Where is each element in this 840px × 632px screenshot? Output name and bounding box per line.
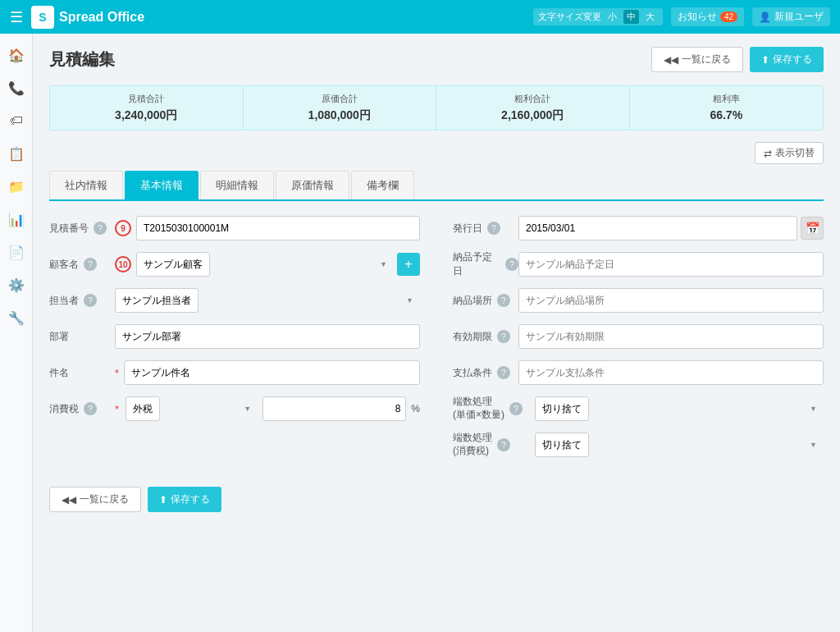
sidebar-item-phone[interactable]: 📞	[2, 73, 31, 103]
menu-icon[interactable]: ☰	[10, 8, 23, 26]
notification-btn[interactable]: お知らせ 42	[671, 7, 744, 26]
form-right: 発行日 ? 📅 納品予定日 ?	[453, 214, 824, 467]
save-btn-top[interactable]: ⬆ 保存する	[750, 47, 824, 72]
step-badge-9: 9	[115, 220, 131, 236]
add-customer-btn[interactable]: +	[397, 253, 420, 276]
control-person: サンプル担当者	[115, 288, 420, 313]
tabs: 社内情報 基本情報 明細情報 原価情報 備考欄	[49, 171, 824, 201]
sidebar-item-settings[interactable]: ⚙️	[2, 270, 31, 300]
font-size-small-btn[interactable]: 小	[605, 10, 620, 24]
save-btn-bottom[interactable]: ⬆ 保存する	[148, 487, 221, 512]
display-switch-row: ⇄ 表示切替	[49, 142, 824, 164]
help-issue-date[interactable]: ?	[487, 222, 500, 235]
control-estimate-number: 9	[115, 216, 420, 240]
form-row-issue-date: 発行日 ? 📅	[453, 214, 824, 242]
back-btn-top[interactable]: ◀◀ 一覧に戻る	[651, 47, 743, 72]
tab-internal[interactable]: 社内情報	[49, 171, 123, 199]
back-btn-bottom[interactable]: ◀◀ 一覧に戻る	[49, 487, 141, 512]
header-left: ☰ S Spread Office	[10, 6, 144, 29]
notification-label: お知らせ	[678, 10, 717, 24]
input-expiry[interactable]	[518, 324, 824, 349]
form-row-subject: 件名 *	[49, 359, 420, 387]
label-tax: 消費税 ?	[49, 402, 115, 416]
form-row-rounding-tax: 端数処理 (消費税) ? 切り捨て	[453, 431, 824, 459]
label-expiry: 有効期限 ?	[453, 330, 518, 344]
select-wrap-tax-type: 外税	[126, 396, 258, 421]
help-payment[interactable]: ?	[497, 366, 510, 379]
font-size-medium-btn[interactable]: 中	[623, 10, 639, 24]
help-delivery-date[interactable]: ?	[505, 258, 518, 271]
bottom-actions: ◀◀ 一覧に戻る ⬆ 保存する	[49, 487, 824, 512]
input-subject[interactable]	[124, 360, 420, 385]
summary-label-estimate: 見積合計	[60, 93, 233, 105]
label-estimate-number: 見積番号 ?	[49, 222, 115, 236]
sidebar-item-home[interactable]: 🏠	[2, 40, 31, 70]
control-department	[115, 324, 420, 349]
sidebar-item-file[interactable]: 📄	[2, 237, 31, 267]
select-rounding-tax[interactable]: 切り捨て	[535, 433, 589, 457]
font-size-large-btn[interactable]: 大	[642, 10, 658, 24]
help-rounding-tax[interactable]: ?	[497, 438, 510, 451]
form-row-expiry: 有効期限 ?	[453, 323, 824, 350]
select-rounding-unit[interactable]: 切り捨て	[535, 396, 589, 421]
user-btn[interactable]: 👤 新規ユーザ	[752, 7, 830, 26]
select-customer[interactable]: サンプル顧客	[136, 252, 210, 277]
header: ☰ S Spread Office 文字サイズ変更 小 中 大 お知らせ 42 …	[0, 0, 840, 34]
form-row-payment: 支払条件 ?	[453, 359, 824, 387]
display-switch-btn[interactable]: ⇄ 表示切替	[755, 142, 824, 164]
select-wrap-rounding-tax: 切り捨て	[535, 433, 824, 457]
sidebar-item-tag[interactable]: 🏷	[2, 106, 31, 135]
help-customer[interactable]: ?	[84, 258, 97, 271]
label-subject: 件名	[49, 366, 115, 380]
page-actions: ◀◀ 一覧に戻る ⬆ 保存する	[651, 47, 824, 72]
help-rounding-unit[interactable]: ?	[509, 402, 523, 415]
form-row-person: 担当者 ? サンプル担当者	[49, 286, 420, 314]
tab-notes[interactable]: 備考欄	[351, 171, 414, 199]
sidebar-item-document[interactable]: 📋	[2, 139, 31, 168]
select-person[interactable]: サンプル担当者	[115, 288, 199, 313]
tab-detail[interactable]: 明細情報	[200, 171, 274, 199]
tab-basic[interactable]: 基本情報	[125, 171, 199, 199]
input-estimate-number[interactable]	[136, 216, 420, 240]
form-row-tax: 消費税 ? * 外税 %	[49, 395, 420, 423]
app-name: Spread Office	[59, 10, 144, 25]
summary-value-gross: 2,160,000円	[446, 108, 619, 123]
input-delivery-date[interactable]	[518, 252, 824, 277]
sidebar: 🏠 📞 🏷 📋 📁 📊 📄 ⚙️ 🔧	[0, 34, 33, 632]
label-issue-date: 発行日 ?	[453, 222, 518, 236]
required-mark-tax: *	[115, 403, 119, 415]
help-delivery-place[interactable]: ?	[497, 294, 510, 307]
save-icon-bottom: ⬆	[159, 494, 167, 506]
summary-card-estimate: 見積合計 3,240,000円	[50, 86, 244, 130]
summary-card-rate: 粗利率 66.7%	[630, 86, 824, 130]
form-row-delivery-place: 納品場所 ?	[453, 286, 824, 314]
control-customer: 10 サンプル顧客 +	[115, 252, 420, 277]
summary-label-gross: 粗利合計	[446, 93, 619, 105]
summary-card-cost: 原価合計 1,080,000円	[244, 86, 437, 130]
calendar-btn[interactable]: 📅	[801, 217, 824, 240]
control-issue-date: 📅	[518, 216, 824, 240]
input-tax-rate[interactable]	[262, 396, 406, 421]
sidebar-item-folder[interactable]: 📁	[2, 172, 31, 201]
help-person[interactable]: ?	[84, 294, 97, 307]
sidebar-item-tools[interactable]: 🔧	[2, 303, 31, 332]
control-expiry	[518, 324, 824, 349]
main-content: 見積編集 ◀◀ 一覧に戻る ⬆ 保存する 見積合計 3,240,000円 原価合…	[33, 34, 840, 632]
label-payment: 支払条件 ?	[453, 366, 518, 380]
input-delivery-place[interactable]	[518, 288, 824, 313]
form-row-department: 部署	[49, 323, 420, 350]
logo-letter: S	[39, 11, 46, 24]
select-wrap-rounding-unit: 切り捨て	[535, 396, 824, 421]
control-delivery-date	[518, 252, 824, 277]
sidebar-item-chart[interactable]: 📊	[2, 204, 31, 234]
help-estimate-number[interactable]: ?	[94, 222, 107, 235]
input-payment[interactable]	[518, 360, 824, 385]
input-department[interactable]	[115, 324, 420, 349]
select-tax-type[interactable]: 外税	[126, 396, 160, 421]
tab-cost[interactable]: 原価情報	[276, 171, 349, 199]
summary-value-estimate: 3,240,000円	[60, 108, 233, 123]
input-issue-date[interactable]	[518, 216, 797, 240]
page-header: 見積編集 ◀◀ 一覧に戻る ⬆ 保存する	[49, 47, 824, 72]
help-expiry[interactable]: ?	[497, 330, 510, 343]
help-tax[interactable]: ?	[84, 402, 97, 415]
